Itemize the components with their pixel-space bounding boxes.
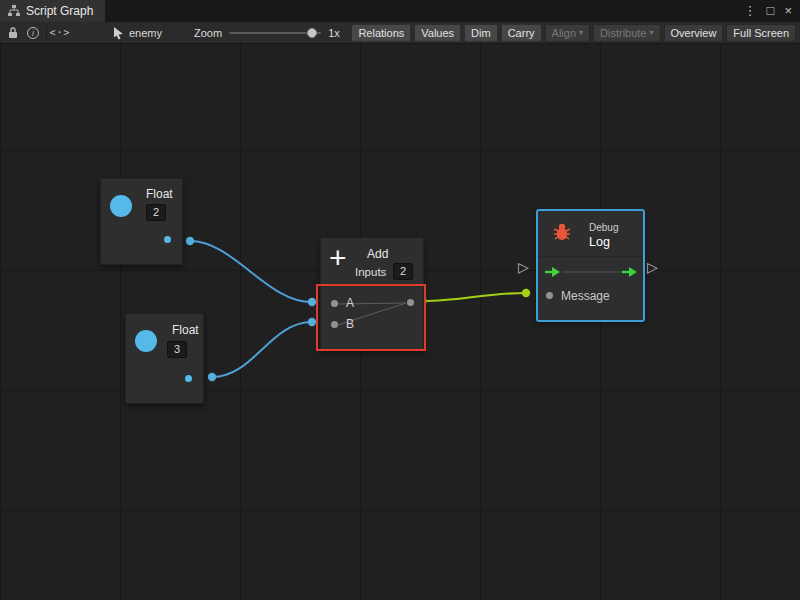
full-screen-button[interactable]: Full Screen	[726, 24, 796, 42]
zoom-control: Zoom 1x	[194, 27, 340, 39]
float-output-port[interactable]	[185, 375, 192, 382]
zoom-slider-handle[interactable]	[307, 28, 317, 38]
wire-endpoint-dot[interactable]	[308, 298, 316, 306]
menu-icon[interactable]: ⋮	[744, 0, 757, 22]
node-title: Float	[146, 187, 173, 201]
graph-pointer-icon	[112, 26, 124, 40]
node-title: Add	[367, 247, 388, 261]
window-controls: ⋮ □ ×	[744, 0, 800, 22]
script-graph-window: Script Graph ⋮ □ × i <·> enemy	[0, 0, 800, 600]
float-value-field[interactable]: 3	[167, 341, 187, 358]
toolbar-separator	[46, 26, 47, 40]
close-icon[interactable]: ×	[784, 0, 792, 22]
float-output-port[interactable]	[164, 236, 171, 243]
float-type-icon	[110, 195, 132, 217]
graph-name-label: enemy	[129, 27, 162, 39]
values-button[interactable]: Values	[414, 24, 461, 42]
graph-breadcrumb[interactable]: enemy	[112, 26, 162, 40]
wire-endpoint-dot[interactable]	[308, 318, 316, 326]
message-input-port[interactable]	[546, 292, 553, 299]
code-icon-glyph: <·>	[49, 27, 70, 38]
zoom-value: 1x	[328, 27, 340, 39]
wire-float1-to-add-a[interactable]	[190, 241, 312, 302]
wire-endpoint-dot[interactable]	[522, 289, 530, 297]
tab-script-graph[interactable]: Script Graph	[0, 0, 105, 22]
values-label: Values	[421, 27, 454, 39]
align-dropdown[interactable]: Align ▾	[545, 24, 590, 42]
wire-add-to-message[interactable]	[424, 293, 526, 301]
lock-icon[interactable]	[3, 24, 23, 42]
inputs-label: Inputs	[355, 266, 386, 278]
float-type-icon	[135, 330, 157, 352]
inputs-count-field[interactable]: 2	[393, 263, 413, 280]
full-screen-label: Full Screen	[733, 27, 789, 39]
message-port-label: Message	[561, 289, 610, 303]
zoom-label: Zoom	[194, 27, 222, 39]
plus-icon: +	[329, 239, 347, 277]
wire-endpoint-dot[interactable]	[186, 237, 194, 245]
distribute-dropdown[interactable]: Distribute ▾	[593, 24, 660, 42]
chevron-down-icon: ▾	[579, 28, 583, 37]
red-highlight-rectangle	[316, 284, 426, 351]
overview-button[interactable]: Overview	[664, 24, 724, 42]
node-title: Float	[172, 323, 199, 337]
maximize-icon[interactable]: □	[767, 0, 775, 22]
flow-entry-triangle-icon[interactable]: ▷	[518, 260, 529, 274]
dim-button[interactable]: Dim	[464, 24, 498, 42]
edit-source-icon[interactable]: <·>	[50, 24, 70, 42]
flow-exit-triangle-icon[interactable]: ▷	[647, 260, 658, 274]
carry-label: Carry	[508, 27, 535, 39]
distribute-label: Distribute	[600, 27, 646, 39]
carry-button[interactable]: Carry	[501, 24, 542, 42]
chevron-down-icon: ▾	[650, 28, 654, 37]
node-float-2[interactable]: Float 2	[100, 178, 183, 265]
node-debug-log[interactable]: Debug Log Message	[537, 210, 644, 321]
titlebar: Script Graph ⋮ □ ×	[0, 0, 800, 22]
relations-button[interactable]: Relations	[351, 24, 411, 42]
toolbar: i <·> enemy Zoom 1x Relations Values Dim…	[0, 22, 800, 44]
wire-float2-to-add-b[interactable]	[212, 322, 312, 377]
tab-label: Script Graph	[26, 4, 93, 18]
wire-endpoint-dot[interactable]	[208, 373, 216, 381]
toolbar-buttons: Relations Values Dim Carry Align ▾ Distr…	[351, 24, 797, 42]
align-label: Align	[552, 27, 576, 39]
info-icon[interactable]: i	[23, 24, 43, 42]
relations-label: Relations	[358, 27, 404, 39]
flow-output-port[interactable]	[622, 266, 637, 278]
zoom-slider[interactable]	[229, 32, 321, 34]
info-icon-glyph: i	[27, 27, 39, 39]
float-value-field[interactable]: 2	[146, 204, 166, 221]
graph-canvas[interactable]: Float 2 Float 3 + Add Inputs 2 A B	[0, 44, 800, 600]
dim-label: Dim	[471, 27, 491, 39]
node-float-3[interactable]: Float 3	[125, 313, 204, 404]
graph-tab-icon	[8, 5, 20, 17]
overview-label: Overview	[671, 27, 717, 39]
flow-input-port[interactable]	[545, 266, 560, 278]
